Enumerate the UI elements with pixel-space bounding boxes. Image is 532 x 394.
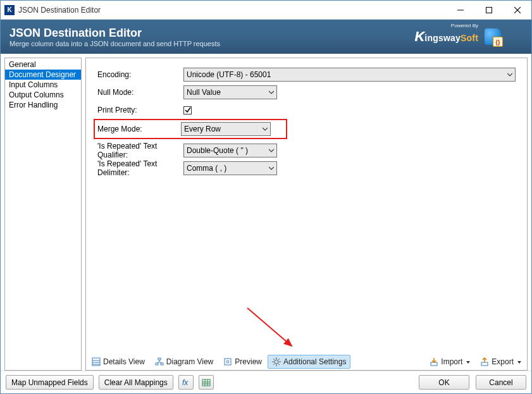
main-toolbar: Details View Diagram View Preview Additi… [86,355,527,370]
svg-marker-28 [466,361,470,364]
brand-area: Powered By K ingsway Soft {} [414,28,501,45]
print-pretty-checkbox[interactable] [183,106,192,114]
app-icon: K [4,5,15,15]
svg-rect-15 [225,359,231,365]
row-repeat-delimiter: 'Is Repeated' Text Delimiter: Comma ( , … [97,159,516,177]
sidebar-item-output-columns[interactable]: Output Columns [5,90,81,100]
svg-line-22 [273,359,275,360]
sidebar-item-general[interactable]: General [5,59,81,70]
repeat-delimiter-select[interactable]: Comma ( , ) [183,161,277,175]
svg-rect-29 [481,362,488,366]
import-icon [430,357,438,366]
diagram-view-icon [155,357,164,366]
row-print-pretty: Print Pretty: [97,101,516,119]
export-icon [480,357,489,366]
brand-logo: K ingsway Soft [414,28,478,45]
maximize-button[interactable] [474,1,503,19]
preview-button[interactable]: Preview [219,355,266,369]
body: General Document Designer Input Columns … [1,54,531,371]
svg-rect-11 [161,363,163,365]
chevron-down-icon [269,88,274,97]
print-pretty-label: Print Pretty: [97,106,183,114]
svg-rect-10 [156,363,158,365]
sidebar-item-error-handling[interactable]: Error Handling [5,100,81,110]
gear-icon [272,357,281,366]
chevron-down-icon [263,125,268,133]
page-title: JSON Destination Editor [9,27,220,40]
svg-line-24 [278,359,280,360]
chevron-down-icon [269,146,274,155]
titlebar: K JSON Destination Editor [1,1,531,20]
details-view-icon [92,357,101,366]
clear-all-mappings-button[interactable]: Clear All Mappings [99,375,173,390]
preview-icon [223,357,232,366]
sidebar: General Document Designer Input Columns … [4,58,82,371]
json-globe-icon: {} [485,28,501,45]
repeat-qualifier-select[interactable]: Double-Quote ( " ) [183,144,277,157]
dropdown-arrow-icon [466,357,470,366]
table-icon [202,378,211,387]
row-repeat-qualifier: 'Is Repeated' Text Qualifier: Double-Quo… [97,142,516,159]
footer: Map Unmapped Fields Clear All Mappings f… [1,371,531,393]
additional-settings-button[interactable]: Additional Settings [268,355,350,369]
row-merge-mode: Merge Mode: Every Row [97,121,283,137]
svg-rect-9 [158,358,161,360]
form-area: Encoding: Unicode (UTF-8) - 65001 Null M… [86,58,527,355]
null-mode-label: Null Mode: [97,88,183,97]
import-button[interactable]: Import [425,355,474,369]
svg-rect-33 [202,379,210,386]
table-button[interactable] [199,375,214,390]
svg-point-17 [275,360,278,364]
svg-line-4 [247,308,292,346]
svg-text:fx: fx [182,378,189,387]
svg-point-16 [226,360,229,363]
chevron-down-icon [507,70,512,79]
diagram-view-button[interactable]: Diagram View [151,355,218,369]
svg-line-25 [273,364,275,365]
encoding-label: Encoding: [97,70,183,79]
fx-button[interactable]: fx [178,375,194,390]
sidebar-item-document-designer[interactable]: Document Designer [5,70,81,80]
cancel-button[interactable]: Cancel [476,375,526,390]
repeat-qualifier-label: 'Is Repeated' Text Qualifier: [97,142,183,159]
merge-mode-label: Merge Mode: [97,125,181,133]
chevron-down-icon [269,164,274,173]
minimize-button[interactable] [446,1,474,19]
svg-line-23 [278,364,280,365]
main-panel: Encoding: Unicode (UTF-8) - 65001 Null M… [85,58,528,371]
page-subtitle: Merge column data into a JSON document a… [9,40,220,47]
window-controls [446,1,531,19]
header-band: JSON Destination Editor Merge column dat… [1,20,531,54]
null-mode-select[interactable]: Null Value [183,85,277,99]
row-null-mode: Null Mode: Null Value [97,83,516,101]
svg-marker-31 [517,361,521,364]
merge-mode-select[interactable]: Every Row [181,122,271,136]
map-unmapped-fields-button[interactable]: Map Unmapped Fields [6,375,94,390]
window: K JSON Destination Editor JSON Destinati… [0,0,532,394]
sidebar-item-input-columns[interactable]: Input Columns [5,80,81,90]
annotation-arrow [244,305,301,355]
details-view-button[interactable]: Details View [87,355,149,369]
brand-powered-label: Powered By [451,23,478,28]
repeat-delimiter-label: 'Is Repeated' Text Delimiter: [97,159,183,177]
row-encoding: Encoding: Unicode (UTF-8) - 65001 [97,66,516,83]
merge-mode-highlight: Merge Mode: Every Row [94,119,287,139]
encoding-select[interactable]: Unicode (UTF-8) - 65001 [183,68,516,82]
svg-rect-1 [486,7,492,13]
ok-button[interactable]: OK [419,375,469,390]
export-button[interactable]: Export [476,355,526,369]
window-title: JSON Destination Editor [18,6,446,15]
dropdown-arrow-icon [517,357,521,366]
fx-icon: fx [182,378,190,387]
close-button[interactable] [503,1,531,19]
